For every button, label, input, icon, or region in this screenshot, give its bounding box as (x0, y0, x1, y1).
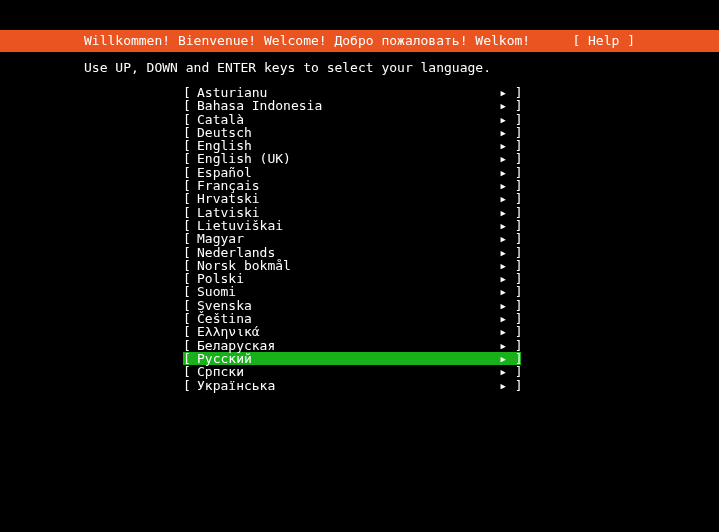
language-option[interactable]: [Magyar▸ ] (183, 232, 521, 245)
language-label: English (UK) (197, 152, 493, 165)
language-option[interactable]: [Беларуская▸ ] (183, 339, 521, 352)
language-option[interactable]: [Nederlands▸ ] (183, 246, 521, 259)
language-label: Français (197, 179, 493, 192)
language-option[interactable]: [Deutsch▸ ] (183, 126, 521, 139)
language-option[interactable]: [Čeština▸ ] (183, 312, 521, 325)
bracket-open: [ (183, 246, 197, 259)
language-list: [Asturianu▸ ][Bahasa Indonesia▸ ][Català… (183, 86, 521, 392)
language-label: Latviski (197, 206, 493, 219)
language-label: Nederlands (197, 246, 493, 259)
bracket-close: ] (507, 365, 521, 378)
language-option[interactable]: [Català▸ ] (183, 113, 521, 126)
language-option[interactable]: [Suomi▸ ] (183, 285, 521, 298)
bracket-close: ] (507, 99, 521, 112)
bracket-close: ] (507, 299, 521, 312)
language-label: Lietuviškai (197, 219, 493, 232)
bracket-open: [ (183, 86, 197, 99)
bracket-close: ] (507, 246, 521, 259)
arrow-right-icon: ▸ (493, 312, 507, 325)
arrow-right-icon: ▸ (493, 99, 507, 112)
language-label: Русский (197, 352, 493, 365)
language-label: Magyar (197, 232, 493, 245)
bracket-close: ] (507, 139, 521, 152)
bracket-open: [ (183, 232, 197, 245)
bracket-close: ] (507, 113, 521, 126)
language-option[interactable]: [Ελληνικά▸ ] (183, 325, 521, 338)
language-label: Asturianu (197, 86, 493, 99)
language-option[interactable]: [Русский▸ ] (183, 352, 521, 365)
arrow-right-icon: ▸ (493, 379, 507, 392)
arrow-right-icon: ▸ (493, 339, 507, 352)
bracket-close: ] (507, 352, 521, 365)
arrow-right-icon: ▸ (493, 219, 507, 232)
language-option[interactable]: [Polski▸ ] (183, 272, 521, 285)
bracket-open: [ (183, 206, 197, 219)
arrow-right-icon: ▸ (493, 352, 507, 365)
bracket-close: ] (507, 166, 521, 179)
language-option[interactable]: [English▸ ] (183, 139, 521, 152)
bracket-open: [ (183, 99, 197, 112)
language-option[interactable]: [Svenska▸ ] (183, 299, 521, 312)
language-option[interactable]: [Latviski▸ ] (183, 206, 521, 219)
bracket-close: ] (507, 86, 521, 99)
bracket-close: ] (507, 179, 521, 192)
bracket-close: ] (507, 325, 521, 338)
bracket-open: [ (183, 379, 197, 392)
language-label: Hrvatski (197, 192, 493, 205)
bracket-close: ] (507, 272, 521, 285)
arrow-right-icon: ▸ (493, 86, 507, 99)
arrow-right-icon: ▸ (493, 206, 507, 219)
language-label: Čeština (197, 312, 493, 325)
bracket-open: [ (183, 285, 197, 298)
language-label: Ελληνικά (197, 325, 493, 338)
bracket-close: ] (507, 206, 521, 219)
language-option[interactable]: [Српски▸ ] (183, 365, 521, 378)
bracket-open: [ (183, 339, 197, 352)
bracket-close: ] (507, 232, 521, 245)
bracket-open: [ (183, 179, 197, 192)
bracket-open: [ (183, 352, 197, 365)
arrow-right-icon: ▸ (493, 272, 507, 285)
arrow-right-icon: ▸ (493, 113, 507, 126)
bracket-close: ] (507, 259, 521, 272)
bracket-open: [ (183, 166, 197, 179)
arrow-right-icon: ▸ (493, 365, 507, 378)
language-label: Deutsch (197, 126, 493, 139)
help-button[interactable]: [ Help ] (572, 30, 703, 52)
bracket-close: ] (507, 126, 521, 139)
bracket-close: ] (507, 219, 521, 232)
language-option[interactable]: [Français▸ ] (183, 179, 521, 192)
language-option[interactable]: [Lietuviškai▸ ] (183, 219, 521, 232)
language-label: Polski (197, 272, 493, 285)
arrow-right-icon: ▸ (493, 299, 507, 312)
header-bar: Willkommen! Bienvenue! Welcome! Добро по… (0, 30, 719, 52)
arrow-right-icon: ▸ (493, 259, 507, 272)
bracket-open: [ (183, 272, 197, 285)
bracket-open: [ (183, 325, 197, 338)
language-label: Bahasa Indonesia (197, 99, 493, 112)
language-label: Català (197, 113, 493, 126)
bracket-close: ] (507, 339, 521, 352)
arrow-right-icon: ▸ (493, 179, 507, 192)
language-option[interactable]: [Hrvatski▸ ] (183, 192, 521, 205)
arrow-right-icon: ▸ (493, 139, 507, 152)
bracket-open: [ (183, 113, 197, 126)
arrow-right-icon: ▸ (493, 232, 507, 245)
language-option[interactable]: [Norsk bokmål▸ ] (183, 259, 521, 272)
language-option[interactable]: [Bahasa Indonesia▸ ] (183, 99, 521, 112)
bracket-open: [ (183, 299, 197, 312)
bracket-close: ] (507, 152, 521, 165)
language-label: Español (197, 166, 493, 179)
arrow-right-icon: ▸ (493, 166, 507, 179)
arrow-right-icon: ▸ (493, 246, 507, 259)
language-option[interactable]: [Español▸ ] (183, 166, 521, 179)
arrow-right-icon: ▸ (493, 285, 507, 298)
bracket-open: [ (183, 152, 197, 165)
bracket-close: ] (507, 192, 521, 205)
language-option[interactable]: [Asturianu▸ ] (183, 86, 521, 99)
bracket-open: [ (183, 312, 197, 325)
bracket-close: ] (507, 312, 521, 325)
language-option[interactable]: [Українська▸ ] (183, 379, 521, 392)
instruction-text: Use UP, DOWN and ENTER keys to select yo… (84, 60, 491, 75)
language-option[interactable]: [English (UK)▸ ] (183, 152, 521, 165)
